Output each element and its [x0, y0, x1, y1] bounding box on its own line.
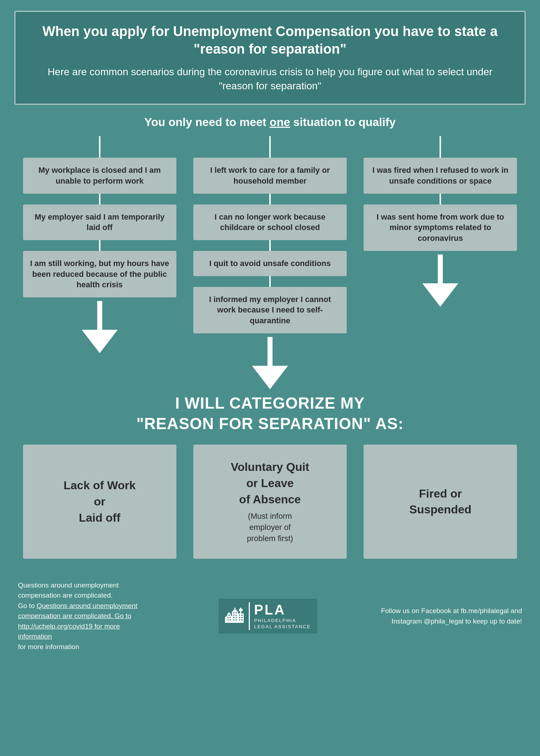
left-box-2: My employer said I am temporarily laid o…: [23, 204, 176, 240]
result-fired-suspended-text: Fired orSuspended: [409, 486, 471, 518]
qualify-before: You only need to meet: [144, 116, 270, 129]
middle-column: I left work to care for a family or hous…: [193, 136, 347, 389]
pla-skyline-icon: 🏙: [225, 606, 244, 627]
left-connector-2: [99, 240, 100, 251]
middle-box-4: I informed my employer I cannot work bec…: [193, 287, 347, 333]
footer-logo: 🏙 PLA PHILADELPHIALEGAL ASSISTANCE: [219, 599, 318, 634]
header-title: When you apply for Unemployment Compensa…: [30, 23, 510, 58]
left-box-3: I am still working, but my hours have be…: [23, 251, 176, 297]
right-column: I was fired when I refused to work in un…: [364, 136, 517, 306]
middle-arrow: [252, 337, 288, 389]
left-top-line: [99, 136, 100, 158]
result-lack-of-work: Lack of WorkorLaid off: [23, 445, 176, 559]
middle-box-3: I quit to avoid unsafe conditions: [193, 251, 347, 276]
results-title: I WILL CATEGORIZE MY "REASON FOR SEPARAT…: [14, 393, 526, 434]
middle-arrow-stem: [267, 337, 273, 366]
right-box-1: I was fired when I refused to work in un…: [364, 158, 517, 193]
left-arrow: [82, 301, 118, 353]
right-arrow-stem: [438, 255, 443, 283]
footer-right-text: Follow us on Facebook at fb.me/philalega…: [381, 606, 522, 626]
result-voluntary-quit-sub: (Must informemployer ofproblem first): [247, 511, 293, 544]
result-fired-suspended: Fired orSuspended: [364, 445, 517, 559]
result-voluntary-quit: Voluntary Quitor Leaveof Absence (Must i…: [193, 445, 347, 559]
pla-full-name: PHILADELPHIALEGAL ASSISTANCE: [254, 618, 311, 630]
middle-connector-2: [269, 240, 271, 251]
right-top-line: [440, 136, 441, 158]
footer-link[interactable]: Questions around unemployment compensati…: [18, 602, 138, 640]
right-arrow: [422, 255, 458, 307]
pla-text-block: PLA PHILADELPHIALEGAL ASSISTANCE: [249, 602, 311, 630]
qualify-after: situation to qualify: [290, 116, 396, 129]
middle-connector-3: [269, 276, 271, 287]
middle-connector-1: [269, 194, 271, 204]
flowchart-section: My workplace is closed and I am unable t…: [0, 136, 540, 389]
right-box-2: I was sent home from work due to minor s…: [364, 204, 517, 251]
pla-initials: PLA: [254, 602, 311, 618]
results-title-line1: I WILL CATEGORIZE MY: [14, 393, 526, 413]
footer-section: Questions around unemployment compensati…: [0, 573, 540, 660]
results-row: Lack of WorkorLaid off Voluntary Quitor …: [0, 445, 540, 559]
middle-top-line: [269, 136, 271, 158]
left-column: My workplace is closed and I am unable t…: [23, 136, 176, 353]
pla-logo-container: 🏙 PLA PHILADELPHIALEGAL ASSISTANCE: [219, 599, 318, 634]
middle-box-2: I can no longer work because childcare o…: [193, 204, 347, 240]
left-arrow-head: [82, 330, 118, 353]
footer-left-text: Questions around unemployment compensati…: [18, 580, 155, 652]
right-connector-1: [440, 194, 441, 204]
qualify-text: You only need to meet one situation to q…: [0, 116, 540, 129]
results-title-line2: "REASON FOR SEPARATION" AS:: [14, 413, 526, 434]
left-connector-1: [99, 194, 100, 204]
right-arrow-head: [422, 283, 458, 307]
header-subtitle: Here are common scenarios during the cor…: [30, 65, 510, 93]
result-lack-of-work-text: Lack of WorkorLaid off: [63, 477, 135, 526]
left-arrow-stem: [97, 301, 102, 330]
middle-arrow-head: [252, 366, 288, 389]
qualify-underline: one: [270, 116, 290, 129]
header-section: When you apply for Unemployment Compensa…: [14, 11, 526, 105]
left-box-1: My workplace is closed and I am unable t…: [23, 158, 176, 193]
middle-box-1: I left work to care for a family or hous…: [193, 158, 347, 193]
result-voluntary-quit-main: Voluntary Quitor Leaveof Absence: [231, 459, 309, 507]
